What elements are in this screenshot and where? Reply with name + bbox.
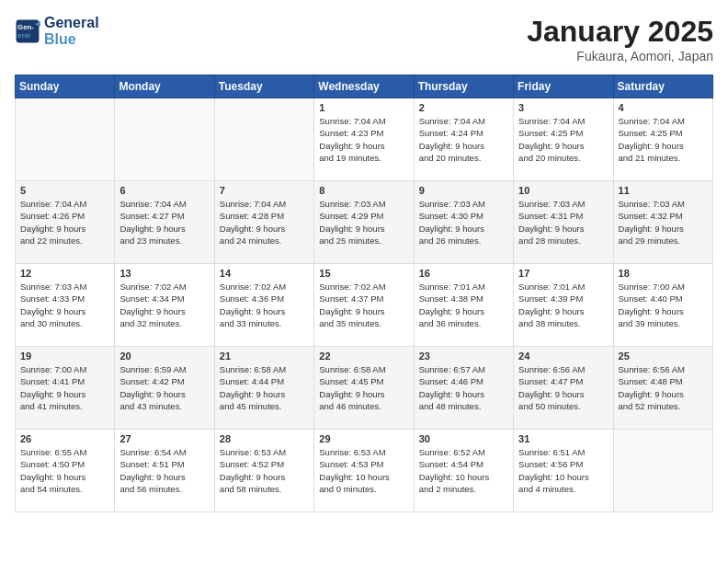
day-info: Sunrise: 7:04 AM Sunset: 4:23 PM Dayligh…: [319, 115, 408, 164]
day-number: 5: [20, 185, 109, 196]
day-info: Sunrise: 7:03 AM Sunset: 4:30 PM Dayligh…: [419, 198, 508, 247]
calendar-day-cell: 11Sunrise: 7:03 AM Sunset: 4:32 PM Dayli…: [613, 181, 712, 264]
day-info: Sunrise: 7:00 AM Sunset: 4:40 PM Dayligh…: [619, 281, 708, 329]
calendar-day-cell: 29Sunrise: 6:53 AM Sunset: 4:53 PM Dayli…: [314, 430, 414, 512]
weekday-header-cell: Friday: [514, 75, 613, 98]
day-number: 10: [518, 185, 608, 196]
day-info: Sunrise: 6:59 AM Sunset: 4:42 PM Dayligh…: [119, 363, 209, 412]
weekday-header-cell: Wednesday: [314, 75, 414, 98]
day-info: Sunrise: 7:04 AM Sunset: 4:27 PM Dayligh…: [119, 198, 209, 247]
day-number: 8: [319, 185, 408, 196]
calendar-day-cell: 23Sunrise: 6:57 AM Sunset: 4:46 PM Dayli…: [414, 347, 513, 430]
day-info: Sunrise: 7:02 AM Sunset: 4:36 PM Dayligh…: [220, 281, 309, 329]
calendar-day-cell: 9Sunrise: 7:03 AM Sunset: 4:30 PM Daylig…: [414, 181, 513, 264]
calendar-day-cell: 13Sunrise: 7:02 AM Sunset: 4:34 PM Dayli…: [115, 264, 214, 347]
calendar-day-cell: 28Sunrise: 6:53 AM Sunset: 4:52 PM Dayli…: [214, 430, 313, 512]
logo-icon: Gen- eral: [15, 18, 40, 44]
weekday-header-cell: Sunday: [16, 75, 115, 98]
day-number: 13: [119, 268, 209, 279]
calendar-week-row: 1Sunrise: 7:04 AM Sunset: 4:23 PM Daylig…: [16, 98, 713, 181]
day-number: 23: [419, 350, 508, 362]
day-info: Sunrise: 7:04 AM Sunset: 4:25 PM Dayligh…: [518, 115, 608, 164]
calendar-day-cell: 4Sunrise: 7:04 AM Sunset: 4:25 PM Daylig…: [613, 98, 712, 181]
day-info: Sunrise: 6:56 AM Sunset: 4:47 PM Dayligh…: [518, 363, 608, 412]
calendar-body: 1Sunrise: 7:04 AM Sunset: 4:23 PM Daylig…: [16, 98, 713, 512]
calendar-day-cell: 24Sunrise: 6:56 AM Sunset: 4:47 PM Dayli…: [514, 347, 613, 430]
page-header: Gen- eral General Blue January 2025 Fuka…: [15, 15, 713, 63]
day-number: 26: [20, 433, 109, 444]
day-number: 21: [220, 350, 309, 362]
day-number: 12: [20, 268, 109, 279]
day-number: 16: [419, 268, 508, 279]
calendar-week-row: 19Sunrise: 7:00 AM Sunset: 4:41 PM Dayli…: [16, 347, 713, 430]
calendar-day-cell: 19Sunrise: 7:00 AM Sunset: 4:41 PM Dayli…: [16, 347, 115, 430]
day-number: 20: [119, 350, 209, 362]
calendar-day-cell: 3Sunrise: 7:04 AM Sunset: 4:25 PM Daylig…: [514, 98, 613, 181]
calendar-day-cell: 1Sunrise: 7:04 AM Sunset: 4:23 PM Daylig…: [314, 98, 414, 181]
calendar-day-cell: 15Sunrise: 7:02 AM Sunset: 4:37 PM Dayli…: [314, 264, 414, 347]
calendar-week-row: 5Sunrise: 7:04 AM Sunset: 4:26 PM Daylig…: [16, 181, 713, 264]
calendar-day-cell: 26Sunrise: 6:55 AM Sunset: 4:50 PM Dayli…: [16, 430, 115, 512]
calendar-day-cell: 27Sunrise: 6:54 AM Sunset: 4:51 PM Dayli…: [115, 430, 214, 512]
day-number: 31: [518, 433, 608, 444]
day-info: Sunrise: 7:00 AM Sunset: 4:41 PM Dayligh…: [20, 363, 109, 412]
day-number: 1: [319, 102, 408, 113]
weekday-header-cell: Thursday: [414, 75, 513, 98]
day-number: 17: [518, 268, 608, 279]
calendar-day-cell: 30Sunrise: 6:52 AM Sunset: 4:54 PM Dayli…: [414, 430, 513, 512]
calendar-day-cell: [613, 430, 712, 512]
day-number: 6: [119, 185, 209, 196]
day-number: 7: [220, 185, 309, 196]
calendar-day-cell: 8Sunrise: 7:03 AM Sunset: 4:29 PM Daylig…: [314, 181, 414, 264]
day-info: Sunrise: 7:03 AM Sunset: 4:29 PM Dayligh…: [319, 198, 408, 247]
day-number: 27: [119, 433, 209, 444]
weekday-header-cell: Saturday: [613, 75, 712, 98]
calendar-week-row: 26Sunrise: 6:55 AM Sunset: 4:50 PM Dayli…: [16, 430, 713, 512]
day-number: 24: [518, 350, 608, 362]
weekday-header-row: SundayMondayTuesdayWednesdayThursdayFrid…: [16, 75, 713, 98]
calendar-day-cell: 12Sunrise: 7:03 AM Sunset: 4:33 PM Dayli…: [16, 264, 115, 347]
day-number: 18: [619, 268, 708, 279]
day-info: Sunrise: 7:02 AM Sunset: 4:37 PM Dayligh…: [319, 281, 408, 329]
weekday-header-cell: Tuesday: [214, 75, 313, 98]
day-number: 9: [419, 185, 508, 196]
calendar-day-cell: 7Sunrise: 7:04 AM Sunset: 4:28 PM Daylig…: [214, 181, 313, 264]
calendar-day-cell: 31Sunrise: 6:51 AM Sunset: 4:56 PM Dayli…: [514, 430, 613, 512]
logo: Gen- eral General Blue: [15, 15, 99, 47]
day-info: Sunrise: 7:04 AM Sunset: 4:28 PM Dayligh…: [220, 198, 309, 247]
calendar-day-cell: 25Sunrise: 6:56 AM Sunset: 4:48 PM Dayli…: [613, 347, 712, 430]
calendar-day-cell: 2Sunrise: 7:04 AM Sunset: 4:24 PM Daylig…: [414, 98, 513, 181]
day-number: 11: [619, 185, 708, 196]
day-info: Sunrise: 6:51 AM Sunset: 4:56 PM Dayligh…: [518, 446, 608, 495]
day-info: Sunrise: 6:53 AM Sunset: 4:52 PM Dayligh…: [220, 446, 309, 495]
calendar-table: SundayMondayTuesdayWednesdayThursdayFrid…: [15, 75, 713, 512]
day-info: Sunrise: 7:04 AM Sunset: 4:24 PM Dayligh…: [419, 115, 508, 164]
day-info: Sunrise: 7:03 AM Sunset: 4:31 PM Dayligh…: [518, 198, 608, 247]
day-number: 2: [419, 102, 508, 113]
calendar-day-cell: [214, 98, 313, 181]
day-number: 25: [619, 350, 708, 362]
day-info: Sunrise: 7:03 AM Sunset: 4:33 PM Dayligh…: [20, 281, 109, 329]
weekday-header-cell: Monday: [115, 75, 214, 98]
day-info: Sunrise: 7:02 AM Sunset: 4:34 PM Dayligh…: [119, 281, 209, 329]
day-number: 3: [518, 102, 608, 113]
calendar-day-cell: [16, 98, 115, 181]
day-info: Sunrise: 6:56 AM Sunset: 4:48 PM Dayligh…: [619, 363, 708, 412]
calendar-day-cell: 10Sunrise: 7:03 AM Sunset: 4:31 PM Dayli…: [514, 181, 613, 264]
title-block: January 2025 Fukaura, Aomori, Japan: [527, 15, 713, 63]
day-info: Sunrise: 7:01 AM Sunset: 4:38 PM Dayligh…: [419, 281, 508, 329]
calendar-day-cell: 21Sunrise: 6:58 AM Sunset: 4:44 PM Dayli…: [214, 347, 313, 430]
svg-text:eral: eral: [17, 31, 30, 40]
day-info: Sunrise: 6:57 AM Sunset: 4:46 PM Dayligh…: [419, 363, 508, 412]
calendar-day-cell: 22Sunrise: 6:58 AM Sunset: 4:45 PM Dayli…: [314, 347, 414, 430]
day-number: 4: [619, 102, 708, 113]
day-info: Sunrise: 6:54 AM Sunset: 4:51 PM Dayligh…: [119, 446, 209, 495]
day-number: 22: [319, 350, 408, 362]
calendar-day-cell: 16Sunrise: 7:01 AM Sunset: 4:38 PM Dayli…: [414, 264, 513, 347]
day-number: 19: [20, 350, 109, 362]
calendar-day-cell: 17Sunrise: 7:01 AM Sunset: 4:39 PM Dayli…: [514, 264, 613, 347]
day-info: Sunrise: 7:01 AM Sunset: 4:39 PM Dayligh…: [518, 281, 608, 329]
month-title: January 2025: [527, 15, 713, 49]
calendar-week-row: 12Sunrise: 7:03 AM Sunset: 4:33 PM Dayli…: [16, 264, 713, 347]
calendar-day-cell: 18Sunrise: 7:00 AM Sunset: 4:40 PM Dayli…: [613, 264, 712, 347]
